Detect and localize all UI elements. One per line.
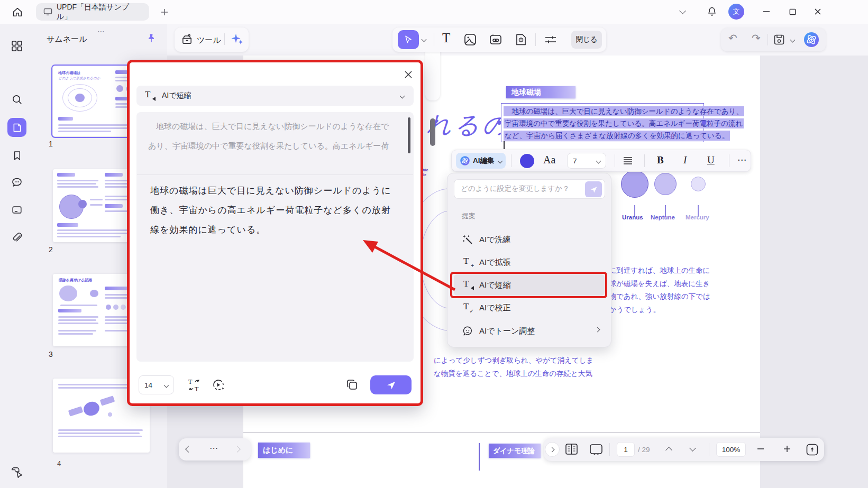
page-down-icon[interactable] (690, 446, 695, 450)
menu-item-label: AIでトーン調整 (479, 326, 535, 336)
menu-item-ai-expand[interactable]: + AIで拡張 (454, 252, 605, 273)
dynamo-badge: ダイナモ理論 (489, 444, 541, 458)
tab-title: UPDF「日本語サンプル」 (57, 3, 142, 22)
dialog-close-icon[interactable] (400, 67, 416, 82)
suggestions-section-label: 提案 (462, 211, 476, 221)
nav-prev-icon[interactable] (186, 447, 191, 452)
maximize-button[interactable] (784, 4, 800, 20)
font-color-swatch[interactable] (520, 154, 534, 168)
sidebar-item-cropmark[interactable] (7, 200, 26, 219)
zoom-level-box[interactable]: 100% (716, 442, 746, 457)
result-font-size-select[interactable]: 14 (139, 375, 174, 394)
thumbnail-3-label: 3 (49, 350, 53, 358)
properties-sliders-icon[interactable] (544, 33, 558, 47)
ai-edit-label: AI編集 (473, 156, 495, 165)
undo-icon[interactable]: ↶ (728, 32, 737, 44)
panel-drag-handle-icon[interactable]: ⋯ (97, 27, 106, 35)
nav-more-icon[interactable]: ⋯ (209, 443, 218, 453)
updf-app-window: UPDF「日本語サンプル」 文 (0, 0, 868, 488)
fit-screen-icon[interactable] (806, 443, 819, 456)
close-window-button[interactable] (810, 4, 826, 20)
home-button[interactable] (7, 4, 28, 20)
expand-controls-button[interactable] (545, 442, 560, 457)
language-profile-avatar[interactable]: 文 (728, 4, 744, 20)
page-layout-icon[interactable] (565, 443, 578, 455)
planet-label-uranus: Uranus (622, 214, 643, 220)
result-font-size-value: 14 (144, 381, 152, 389)
selected-textbox[interactable]: 地球の磁場は、巨大で目に見えない防御シールドのような存在であり、 宇宙環境の中で… (501, 103, 704, 142)
dialog-mode-select[interactable]: AIで短縮 (136, 86, 414, 106)
thumb3-title: 理論を裏付ける証拠 (58, 278, 92, 283)
page-number-input[interactable] (618, 446, 633, 454)
redo-icon[interactable]: ↷ (752, 32, 761, 44)
menu-item-ai-refine[interactable]: AIで洗練 (454, 229, 605, 250)
link-tool-button[interactable] (489, 33, 502, 47)
text-cursor (504, 141, 505, 149)
copy-icon[interactable] (345, 378, 359, 392)
zoom-in-icon[interactable] (783, 445, 791, 453)
font-size-select[interactable]: 7 (567, 153, 606, 169)
sidebar-item-comments[interactable] (7, 173, 26, 192)
sidebar-item-search[interactable] (7, 90, 26, 109)
text-tool-button[interactable]: T (442, 31, 450, 45)
ai-edit-button[interactable]: AI編集 (456, 153, 506, 169)
new-tab-button[interactable] (157, 4, 172, 20)
bold-button[interactable]: B (657, 154, 664, 166)
pin-panel-icon[interactable] (146, 33, 157, 43)
tabs-chevron-down-icon[interactable] (680, 8, 685, 13)
svg-text:T: T (195, 385, 199, 392)
select-tool-button[interactable] (398, 30, 419, 49)
ai-edit-chevron-icon (497, 158, 502, 163)
svg-text:T: T (188, 378, 193, 385)
save-icon[interactable] (773, 33, 785, 46)
sidebar-item-attachments[interactable] (7, 228, 26, 247)
panel-title: サムネール (47, 34, 87, 44)
presentation-mode-icon[interactable] (589, 444, 603, 455)
sidebar-item-bookmarks[interactable] (7, 146, 26, 165)
document-tab[interactable]: UPDF「日本語サンプル」 (36, 3, 149, 21)
menu-item-ai-tone[interactable]: AIでトーン調整 (454, 320, 605, 342)
stamp-tool-button[interactable] (514, 33, 528, 47)
ai-sparkles-icon[interactable] (230, 32, 244, 47)
underline-button[interactable]: U (707, 154, 715, 166)
ai-prompt-input[interactable] (461, 180, 577, 197)
nav-next-icon[interactable] (235, 447, 240, 452)
updf-ai-logo-icon[interactable] (803, 31, 820, 48)
dialog-scrollbar-thumb[interactable] (408, 117, 410, 153)
document-scrollbar-thumb[interactable] (430, 118, 435, 146)
close-edit-mode-button[interactable]: 閉じる (571, 31, 602, 49)
planet-label-mercury: Mercury (686, 214, 709, 220)
tone-submenu-chevron-icon (596, 328, 599, 332)
font-style-button[interactable]: Aa (543, 154, 555, 166)
ai-prompt-send-button[interactable] (585, 181, 602, 197)
planet-mercury (691, 177, 706, 191)
notification-bell-icon[interactable] (704, 4, 720, 20)
save-options-chevron-icon[interactable] (791, 38, 794, 42)
select-tool-chevron-icon[interactable] (422, 38, 426, 41)
menu-item-ai-proofread[interactable]: ✓ AIで校正 (454, 297, 605, 318)
menu-item-label: AIで校正 (479, 303, 511, 313)
dialog-divider (137, 174, 413, 175)
sidebar-item-thumbnails[interactable] (7, 118, 26, 137)
zoom-out-icon[interactable] (756, 445, 765, 453)
italic-button[interactable]: I (683, 154, 687, 166)
titlebar: UPDF「日本語サンプル」 文 (0, 0, 868, 24)
minimize-button[interactable] (759, 4, 774, 20)
toolbox-icon[interactable] (181, 33, 193, 45)
page-number-box[interactable] (617, 442, 635, 457)
regenerate-icon[interactable] (211, 377, 226, 392)
selection-handle-left[interactable] (497, 121, 501, 125)
result-text[interactable]: 地球の磁場は巨大で目に見えない防御シールドのように働き、宇宙からの高エネルギー荷… (150, 181, 399, 240)
image-tool-button[interactable] (463, 33, 477, 47)
apply-send-button[interactable] (370, 375, 412, 394)
sidebar-item-signature[interactable] (7, 463, 26, 482)
more-options-button[interactable]: ⋯ (737, 154, 746, 165)
selection-handle-right[interactable] (702, 121, 706, 125)
panel-grid-icon[interactable] (11, 40, 23, 52)
selected-line: など、宇宙から届くさまざまな放射線の多くを効果的に遮っている。 (504, 131, 730, 141)
dialog-text-area: 地球の磁場は、巨大で目に見えない防御シールドのような存在であり、宇宙環境の中で重… (136, 112, 414, 362)
replace-text-icon[interactable]: TT (187, 377, 202, 392)
page-up-icon[interactable] (666, 448, 671, 453)
alignment-button[interactable] (623, 156, 633, 165)
tools-label[interactable]: ツール (197, 35, 221, 45)
